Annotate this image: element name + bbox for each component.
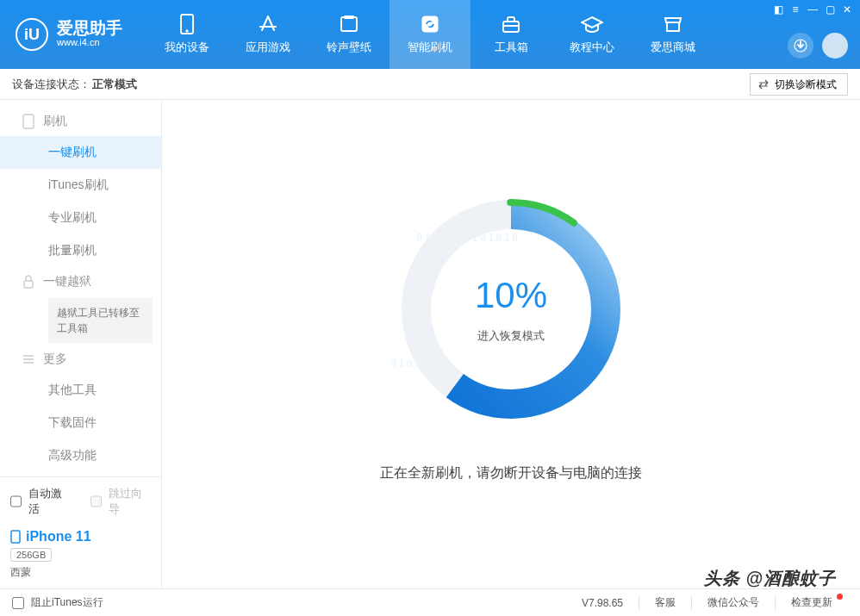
jailbreak-moved-note: 越狱工具已转移至工具箱 [48, 298, 153, 343]
sidebar-section-jailbreak: 一键越狱 [0, 267, 161, 296]
skin-icon[interactable]: ◧ [770, 3, 786, 16]
skip-guide-checkbox [90, 495, 102, 507]
nav-label: 应用游戏 [246, 40, 290, 55]
minimize-icon[interactable]: — [805, 3, 820, 16]
svg-rect-4 [422, 16, 438, 32]
block-itunes-label: 阻止iTunes运行 [31, 595, 103, 610]
svg-rect-9 [23, 115, 34, 128]
progress-percent: 10% [475, 275, 547, 316]
status-label: 设备连接状态： [12, 77, 90, 92]
svg-rect-14 [11, 531, 20, 543]
logo-subtitle: www.i4.cn [57, 36, 122, 48]
nav-label: 工具箱 [495, 40, 528, 55]
phone-icon [22, 114, 34, 129]
nav-label: 教程中心 [570, 40, 614, 55]
block-itunes-checkbox[interactable] [12, 597, 24, 609]
sidebar-item-advanced[interactable]: 高级功能 [0, 439, 161, 472]
sidebar-section-more: 更多 [0, 345, 161, 374]
status-value: 正常模式 [92, 77, 137, 92]
progress-hint: 正在全新刷机，请勿断开设备与电脑的连接 [380, 464, 642, 482]
nav-tutorial[interactable]: 教程中心 [552, 0, 633, 69]
progress-ring: 0101010101010 01010 0101 10% [390, 189, 632, 430]
auto-activate-label: 自动激活 [28, 486, 71, 517]
device-info[interactable]: iPhone 11 256GB 西蒙 [0, 526, 161, 588]
nav-label: 铃声壁纸 [327, 40, 371, 55]
download-button[interactable] [788, 33, 813, 59]
appstore-icon [256, 14, 280, 34]
footer-link-update[interactable]: 检查更新 [775, 595, 848, 610]
nav-toolbox[interactable]: 工具箱 [471, 0, 552, 69]
main-nav: 我的设备 应用游戏 铃声壁纸 智能刷机 工具箱 教程中心 爱思商城 [146, 0, 714, 69]
svg-rect-3 [345, 16, 353, 19]
footer-link-support[interactable]: 客服 [639, 595, 691, 610]
titlebar-controls: ◧ ≡ — ▢ ✕ [770, 3, 855, 16]
device-name: iPhone 11 [26, 529, 91, 544]
menu-icon[interactable]: ≡ [788, 3, 803, 16]
logo[interactable]: iU 爱思助手 www.i4.cn [0, 18, 146, 51]
logo-badge-icon: iU [16, 18, 48, 51]
svg-rect-10 [24, 281, 33, 288]
switch-mode-label: 切换诊断模式 [775, 78, 837, 92]
sidebar-item-batch-flash[interactable]: 批量刷机 [0, 234, 161, 267]
nav-device[interactable]: 我的设备 [146, 0, 227, 69]
device-user: 西蒙 [10, 565, 151, 580]
toolbox-icon [499, 14, 523, 34]
footer-link-wechat[interactable]: 微信公众号 [691, 595, 775, 610]
device-storage: 256GB [10, 548, 52, 562]
main-content: 0101010101010 01010 0101 10% [162, 100, 860, 588]
update-dot-icon [837, 594, 843, 600]
menu-icon [22, 354, 34, 364]
logo-title: 爱思助手 [57, 20, 122, 36]
phone-icon [175, 14, 199, 34]
sidebar-item-itunes-flash[interactable]: iTunes刷机 [0, 169, 161, 202]
sidebar-item-pro-flash[interactable]: 专业刷机 [0, 202, 161, 234]
sidebar-item-download-firmware[interactable]: 下载固件 [0, 407, 161, 439]
svg-point-1 [186, 30, 188, 32]
svg-rect-2 [341, 17, 357, 31]
version-label: V7.98.65 [566, 597, 639, 609]
sidebar: 刷机 一键刷机 iTunes刷机 专业刷机 批量刷机 一键越狱 越狱工具已转移至… [0, 100, 162, 588]
header-actions [788, 33, 848, 59]
progress-stage: 进入恢复模式 [477, 328, 545, 344]
nav-flash[interactable]: 智能刷机 [389, 0, 471, 69]
svg-rect-7 [667, 22, 679, 31]
switch-mode-button[interactable]: 切换诊断模式 [750, 73, 848, 96]
refresh-icon [418, 14, 442, 34]
sidebar-item-other-tools[interactable]: 其他工具 [0, 374, 161, 407]
sidebar-section-flash: 刷机 [0, 107, 161, 136]
swap-icon [757, 79, 770, 90]
app-header: iU 爱思助手 www.i4.cn 我的设备 应用游戏 铃声壁纸 智能刷机 工具… [0, 0, 860, 69]
nav-label: 我的设备 [165, 40, 209, 55]
status-bar: 设备连接状态： 正常模式 切换诊断模式 [0, 69, 860, 100]
nav-apps[interactable]: 应用游戏 [227, 0, 308, 69]
store-icon [661, 14, 685, 34]
close-icon[interactable]: ✕ [839, 3, 855, 16]
graduation-icon [580, 14, 604, 34]
auto-activate-checkbox[interactable] [10, 495, 22, 507]
skip-guide-label: 跳过向导 [109, 486, 151, 517]
wallpaper-icon [337, 14, 361, 34]
sidebar-item-oneclick-flash[interactable]: 一键刷机 [0, 136, 161, 169]
nav-store[interactable]: 爱思商城 [633, 0, 714, 69]
avatar-button[interactable] [822, 33, 848, 59]
nav-media[interactable]: 铃声壁纸 [308, 0, 389, 69]
maximize-icon[interactable]: ▢ [822, 3, 838, 16]
nav-label: 智能刷机 [408, 40, 452, 55]
footer: 阻止iTunes运行 V7.98.65 客服 微信公众号 检查更新 [0, 588, 860, 616]
lock-icon [22, 275, 34, 289]
phone-icon [10, 530, 21, 544]
nav-label: 爱思商城 [651, 40, 695, 55]
